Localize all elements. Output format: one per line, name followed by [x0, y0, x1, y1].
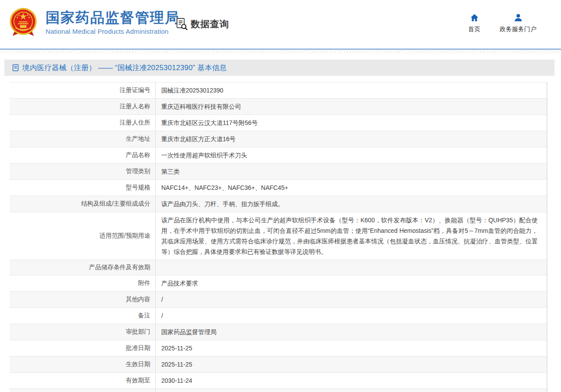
row-value: /	[156, 308, 547, 324]
row-value	[156, 260, 547, 275]
table-row: 生产地址重庆市北碚区方正大道16号	[10, 131, 547, 147]
row-value: 产品技术要求	[156, 275, 547, 291]
row-label: 结构及组成/主要组成成分	[10, 196, 156, 212]
row-value: 重庆市北碚区云汉大道117号附56号	[156, 115, 547, 131]
table-row: 其他内容/	[10, 292, 547, 308]
table-row: 注册人住所重庆市北碚区云汉大道117号附56号	[10, 115, 547, 131]
table-row: 变更情况	[10, 389, 547, 392]
row-label: 产品储存条件及有效期	[10, 260, 156, 275]
row-value: NAFC14+、NAFC23+、NAFC36+、NAFC45+	[156, 180, 547, 196]
data-query-label: 数据查询	[191, 18, 229, 30]
nav-item-portal[interactable]: 政务服务门户	[500, 13, 536, 33]
row-value: 重庆迈科唯医疗科技有限公司	[156, 99, 547, 114]
row-value: 重庆市北碚区方正大道16号	[156, 131, 547, 147]
org-title-block: 国家药品监督管理局 National Medical Products Admi…	[46, 10, 180, 35]
site-header: 国家药品监督管理局 National Medical Products Admi…	[0, 0, 561, 49]
row-value: 2030-11-24	[156, 373, 547, 388]
table-row: 产品名称一次性使用超声软组织手术刀头	[10, 147, 547, 164]
table-row: 注册证编号国械注准20253012390	[10, 82, 547, 99]
row-label: 附件	[10, 275, 156, 291]
row-label: 产品名称	[10, 147, 156, 163]
national-emblem-logo[interactable]	[8, 7, 38, 39]
row-label: 批准日期	[10, 340, 156, 356]
row-value: 2025-11-25	[156, 356, 547, 372]
row-value: 国械注准20253012390	[156, 82, 547, 98]
user-icon	[514, 13, 523, 22]
table-row: 审批部门国家药品监督管理局	[10, 324, 547, 340]
org-name-cn: 国家药品监督管理局	[46, 10, 180, 26]
page: 国家药品监督管理局 National Medical Products Admi…	[0, 0, 561, 392]
table-row: 生效日期2025-11-25	[10, 356, 547, 373]
row-label: 备注	[10, 308, 156, 324]
table-row: 批准日期2025-11-25	[10, 340, 547, 356]
row-label: 注册人名称	[10, 99, 156, 114]
row-value: 该产品由刀头、刀杆、手柄、扭力扳手组成。	[156, 196, 547, 212]
page-title: 境内医疗器械（注册） —— “国械注准20253012390” 基本信息	[22, 63, 227, 73]
row-label: 生效日期	[10, 356, 156, 372]
home-icon	[470, 13, 479, 22]
row-label: 注册人住所	[10, 115, 156, 131]
nav-item-home[interactable]: 首页	[468, 13, 480, 33]
table-row: 有效期至2030-11-24	[10, 373, 547, 389]
row-label: 管理类别	[10, 164, 156, 179]
row-label: 适用范围/预期用途	[10, 212, 156, 260]
table-row: 产品储存条件及有效期	[10, 260, 547, 275]
row-value: 第三类	[156, 164, 547, 179]
table-row: 管理类别第三类	[10, 164, 547, 180]
page-title-bar: 境内医疗器械（注册） —— “国械注准20253012390” 基本信息	[4, 60, 554, 76]
nav-portal-label: 政务服务门户	[500, 25, 536, 33]
table-row: 适用范围/预期用途该产品在医疗机构中使用，与本公司生产的超声软组织手术设备（型号…	[10, 212, 547, 260]
table-row: 结构及组成/主要组成成分该产品由刀头、刀杆、手柄、扭力扳手组成。	[10, 196, 547, 212]
row-value: 该产品在医疗机构中使用，与本公司生产的超声软组织手术设备（型号：K600，软件发…	[156, 212, 547, 260]
row-value: 2025-11-25	[156, 340, 547, 356]
row-value	[156, 389, 547, 392]
row-value: 国家药品监督管理局	[156, 324, 547, 340]
row-label: 审批部门	[10, 324, 156, 340]
emblem-icon	[8, 7, 38, 39]
header-stripe-band	[0, 50, 561, 53]
row-label: 注册证编号	[10, 82, 156, 98]
info-table: 注册证编号国械注准20253012390注册人名称重庆迈科唯医疗科技有限公司注册…	[10, 82, 547, 392]
nav-home-label: 首页	[468, 25, 480, 33]
row-label: 有效期至	[10, 373, 156, 388]
data-query-icon	[175, 17, 188, 31]
document-icon	[12, 64, 19, 71]
data-query-section: 数据查询	[175, 17, 229, 31]
row-value: 一次性使用超声软组织手术刀头	[156, 147, 547, 163]
row-label: 其他内容	[10, 292, 156, 307]
table-row: 备注/	[10, 308, 547, 324]
row-label: 变更情况	[10, 389, 156, 392]
row-label: 生产地址	[10, 131, 156, 147]
table-row: 注册人名称重庆迈科唯医疗科技有限公司	[10, 99, 547, 115]
table-row: 型号规格NAFC14+、NAFC23+、NAFC36+、NAFC45+	[10, 180, 547, 196]
row-value: /	[156, 292, 547, 307]
org-name-en: National Medical Products Administration	[46, 28, 180, 35]
row-label: 型号规格	[10, 180, 156, 196]
top-nav: 首页 政务服务门户	[468, 13, 536, 33]
table-row: 附件产品技术要求	[10, 275, 547, 292]
